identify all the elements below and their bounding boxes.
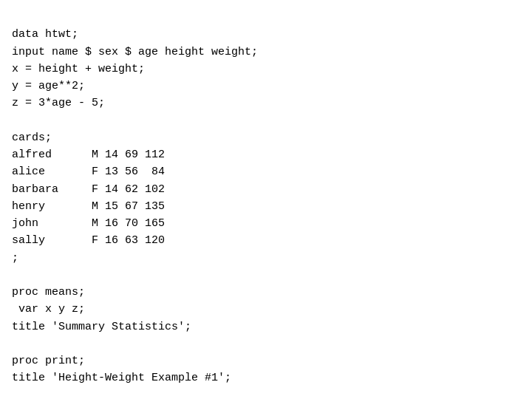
code-line: y = age**2; — [12, 78, 520, 95]
code-line: alice F 13 56 84 — [12, 163, 520, 180]
code-line — [12, 267, 520, 284]
code-line: proc means; — [12, 284, 520, 301]
code-line: ; — [12, 250, 520, 267]
code-line: proc print; — [12, 352, 520, 369]
code-line — [12, 112, 520, 129]
code-line — [12, 335, 520, 352]
code-line — [12, 387, 520, 400]
code-line: x = height + weight; — [12, 61, 520, 78]
code-line: john M 16 70 165 — [12, 215, 520, 232]
code-line: henry M 15 67 135 — [12, 198, 520, 215]
code-line: sally F 16 63 120 — [12, 232, 520, 249]
code-line: title 'Height-Weight Example #1'; — [12, 369, 520, 386]
code-line: var x y z; — [12, 301, 520, 318]
code-line: input name $ sex $ age height weight; — [12, 44, 520, 61]
code-line: data htwt; — [12, 26, 520, 43]
code-editor: data htwt;input name $ sex $ age height … — [12, 9, 520, 399]
code-line: barbara F 14 62 102 — [12, 181, 520, 198]
code-line: cards; — [12, 129, 520, 146]
code-line: alfred M 14 69 112 — [12, 146, 520, 163]
code-line: title 'Summary Statistics'; — [12, 318, 520, 335]
code-line: z = 3*age - 5; — [12, 95, 520, 112]
